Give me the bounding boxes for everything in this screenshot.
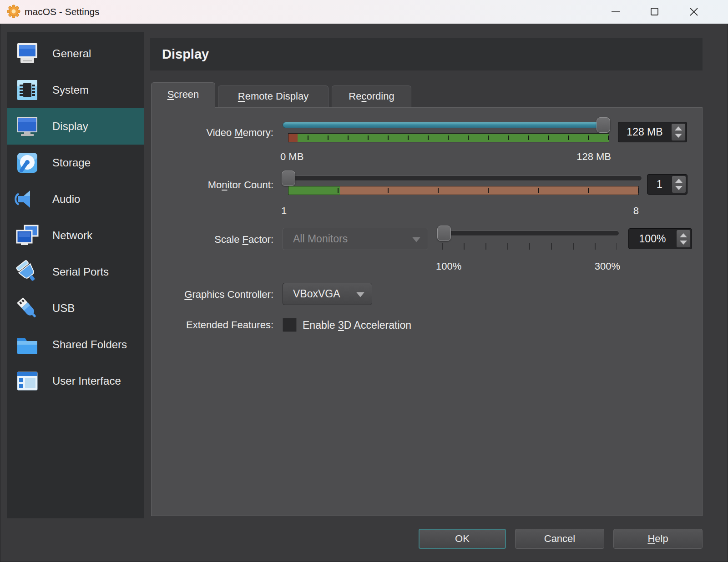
sidebar-item-label: Serial Ports <box>52 266 109 278</box>
monitor-count-scale-ticks <box>288 188 638 193</box>
monitor-count-slider[interactable] <box>283 176 642 181</box>
monitor-count-label: Monitor Count: <box>161 178 273 192</box>
graphics-controller-dropdown[interactable]: VBoxVGA <box>283 283 372 305</box>
spin-down-icon[interactable] <box>675 186 682 190</box>
monitor-count-min-label: 1 <box>281 205 287 217</box>
enable-3d-acceleration-checkbox[interactable] <box>283 318 297 332</box>
scale-factor-value[interactable]: 100% <box>631 229 674 249</box>
scale-factor-spinbox[interactable]: 100% <box>628 228 692 249</box>
page-title: Display <box>162 38 209 70</box>
sidebar-item-label: System <box>52 84 89 96</box>
graphics-controller-dropdown-value: VBoxVGA <box>293 288 340 300</box>
scale-factor-label: Scale Factor: <box>161 233 273 246</box>
sidebar-item-label: USB <box>52 302 75 315</box>
video-memory-value[interactable]: 128 MB <box>620 122 669 142</box>
sidebar-item-network[interactable]: Network <box>7 217 144 254</box>
sidebar-item-display[interactable]: Display <box>7 108 144 145</box>
display-icon <box>14 113 41 140</box>
sidebar-item-label: Audio <box>52 193 80 206</box>
user-interface-icon <box>14 367 41 395</box>
chevron-down-icon <box>356 292 364 297</box>
help-button[interactable]: Help <box>613 529 703 549</box>
scale-factor-max-label: 300% <box>563 261 620 272</box>
extended-features-label: Extended Features: <box>161 318 273 332</box>
video-memory-max-label: 128 MB <box>538 151 611 163</box>
monitor-count-spinbox[interactable]: 1 <box>647 174 688 195</box>
sidebar-item-storage[interactable]: Storage <box>7 145 144 181</box>
spin-down-icon[interactable] <box>675 134 682 138</box>
sidebar-item-user-interface[interactable]: User Interface <box>7 363 144 399</box>
ok-button[interactable]: OK <box>419 529 506 549</box>
sidebar-item-audio[interactable]: Audio <box>7 181 144 217</box>
graphics-controller-label: Graphics Controller: <box>161 288 273 301</box>
general-icon <box>14 40 41 67</box>
sidebar-item-general[interactable]: General <box>7 35 144 72</box>
sidebar-item-serial-ports[interactable]: Serial Ports <box>7 254 144 290</box>
scale-factor-spin-buttons <box>677 230 690 247</box>
audio-icon <box>14 186 41 213</box>
video-memory-min-label: 0 MB <box>280 151 303 163</box>
window-title: macOS - Settings <box>25 0 100 24</box>
tab-remote-display[interactable]: Remote Display <box>218 85 329 107</box>
page-header: Display <box>150 38 703 70</box>
sidebar-item-label: Shared Folders <box>52 338 127 351</box>
settings-dialog: macOS - Settings <box>0 0 728 562</box>
video-memory-slider-handle[interactable] <box>597 117 610 133</box>
cancel-button[interactable]: Cancel <box>515 529 604 549</box>
network-icon <box>14 222 41 249</box>
usb-icon <box>14 295 41 322</box>
video-memory-label: Video Memory: <box>161 126 273 140</box>
spin-up-icon[interactable] <box>680 233 687 237</box>
storage-icon <box>14 149 41 176</box>
minimize-button[interactable] <box>596 0 635 24</box>
enable-3d-acceleration-label[interactable]: Enable 3D Acceleration <box>303 318 411 332</box>
close-button[interactable] <box>674 0 713 24</box>
system-icon <box>14 76 41 104</box>
sidebar-item-system[interactable]: System <box>7 72 144 108</box>
chevron-down-icon <box>412 237 420 242</box>
sidebar-item-usb[interactable]: USB <box>7 290 144 326</box>
video-memory-spin-buttons <box>672 124 685 140</box>
spin-up-icon[interactable] <box>675 179 682 183</box>
spin-up-icon[interactable] <box>675 126 682 130</box>
maximize-button[interactable] <box>635 0 674 24</box>
spin-down-icon[interactable] <box>680 241 687 245</box>
sidebar-item-label: User Interface <box>52 375 121 387</box>
monitor-count-value[interactable]: 1 <box>649 175 670 194</box>
close-icon <box>688 6 699 17</box>
tab-recording[interactable]: Recording <box>332 85 411 107</box>
sidebar-item-label: Display <box>52 120 88 133</box>
app-gear-icon <box>6 4 21 19</box>
serial-ports-icon <box>14 258 41 286</box>
window-controls <box>596 0 713 24</box>
scale-factor-min-label: 100% <box>436 261 461 272</box>
shared-folders-icon <box>14 331 41 358</box>
sidebar-item-shared-folders[interactable]: Shared Folders <box>7 326 144 363</box>
tab-screen[interactable]: Screen <box>151 82 215 108</box>
scale-factor-dropdown[interactable]: All Monitors <box>283 228 428 250</box>
monitor-count-scale <box>288 186 639 195</box>
screen-tab-panel: Video Memory: 0 MB 128 MB 128 MB Monitor… <box>151 107 703 516</box>
scale-factor-dropdown-value: All Monitors <box>293 233 348 245</box>
video-memory-scale <box>288 133 609 142</box>
monitor-count-spin-buttons <box>672 176 686 193</box>
scale-factor-slider-handle[interactable] <box>437 226 451 241</box>
video-memory-slider[interactable] <box>283 122 610 128</box>
settings-sidebar: General System <box>7 32 144 518</box>
minimize-icon <box>610 6 621 17</box>
sidebar-item-label: Storage <box>52 156 91 169</box>
scale-factor-slider[interactable] <box>437 231 619 236</box>
sidebar-item-label: General <box>52 47 91 60</box>
scale-factor-ticks <box>442 243 617 250</box>
video-memory-scale-ticks <box>288 135 609 140</box>
monitor-count-max-label: 8 <box>566 205 639 217</box>
titlebar: macOS - Settings <box>0 0 728 24</box>
sidebar-item-label: Network <box>52 229 92 242</box>
maximize-icon <box>649 6 660 17</box>
video-memory-spinbox[interactable]: 128 MB <box>618 122 687 142</box>
monitor-count-slider-handle[interactable] <box>282 171 295 186</box>
